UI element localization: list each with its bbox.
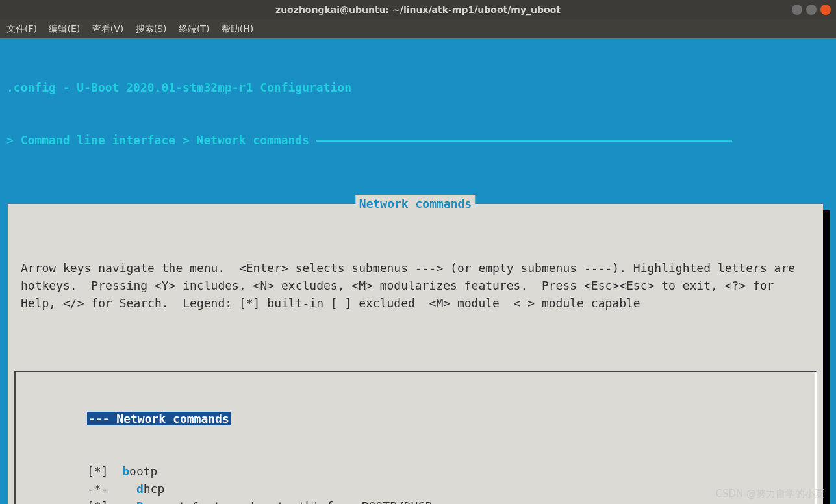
option-hotkey: b bbox=[122, 464, 129, 478]
option-list[interactable]: --- Network commands [*] bootp-*- dhcp[*… bbox=[14, 371, 817, 504]
option-row[interactable]: -*- dhcp bbox=[16, 480, 815, 498]
config-title: .config - U-Boot 2020.01-stm32mp-r1 Conf… bbox=[6, 79, 832, 96]
window-title: zuozhongkai@ubuntu: ~/linux/atk-mp1/uboo… bbox=[275, 5, 561, 15]
option-hotkey: R bbox=[136, 499, 144, 504]
option-row[interactable]: [*] Request & store 'rootpath' from BOOT… bbox=[16, 498, 815, 504]
breadcrumb-text: > Command line interface > Network comma… bbox=[6, 133, 316, 147]
terminal-viewport[interactable]: .config - U-Boot 2020.01-stm32mp-r1 Conf… bbox=[0, 38, 836, 504]
section-header-label: --- Network commands bbox=[87, 412, 231, 425]
terminal-window: zuozhongkai@ubuntu: ~/linux/atk-mp1/uboo… bbox=[0, 0, 836, 504]
option-row[interactable]: [*] bootp bbox=[16, 462, 815, 480]
option-mark: -*- bbox=[87, 482, 108, 496]
watermark: CSDN @努力自学的小夏 bbox=[715, 488, 824, 500]
menu-help[interactable]: 帮助(H) bbox=[222, 23, 253, 34]
menu-file[interactable]: 文件(F) bbox=[6, 23, 37, 34]
option-label: equest & store 'rootpath' from BOOTP/DHC… bbox=[144, 499, 481, 504]
option-mark: [*] bbox=[87, 464, 108, 478]
option-hotkey: d bbox=[136, 482, 144, 496]
maximize-button[interactable] bbox=[806, 5, 817, 15]
option-indent bbox=[108, 464, 123, 478]
menu-view[interactable]: 查看(V) bbox=[92, 23, 124, 34]
option-indent bbox=[108, 482, 136, 496]
close-button[interactable] bbox=[820, 5, 831, 15]
option-label: hcp bbox=[144, 482, 165, 496]
minimize-button[interactable] bbox=[792, 5, 802, 15]
panel-help-text: Arrow keys navigate the menu. <Enter> se… bbox=[8, 257, 823, 316]
panel-title: Network commands bbox=[355, 195, 475, 212]
menu-edit[interactable]: 编辑(E) bbox=[49, 23, 80, 34]
breadcrumb: > Command line interface > Network comma… bbox=[6, 131, 832, 149]
menu-terminal[interactable]: 终端(T) bbox=[179, 23, 209, 34]
app-menubar: 文件(F) 编辑(E) 查看(V) 搜索(S) 终端(T) 帮助(H) bbox=[0, 19, 836, 38]
menu-search[interactable]: 搜索(S) bbox=[136, 23, 167, 34]
option-indent bbox=[108, 499, 136, 504]
option-label: ootp bbox=[129, 464, 157, 478]
breadcrumb-rule bbox=[316, 140, 732, 142]
window-titlebar: zuozhongkai@ubuntu: ~/linux/atk-mp1/uboo… bbox=[0, 0, 836, 19]
option-mark: [*] bbox=[87, 499, 108, 504]
menuconfig-panel: Network commands Arrow keys navigate the… bbox=[8, 204, 823, 504]
section-header-row[interactable]: --- Network commands bbox=[16, 410, 815, 427]
window-controls bbox=[792, 5, 831, 15]
